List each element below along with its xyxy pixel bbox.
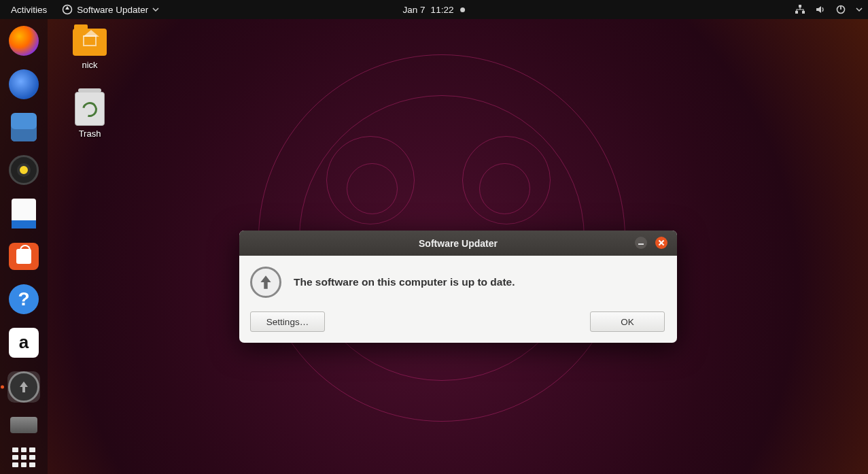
- volume-icon: [815, 4, 826, 15]
- launcher-amazon[interactable]: a: [7, 328, 40, 358]
- launcher-help[interactable]: ?: [7, 284, 40, 314]
- launcher-writer[interactable]: [7, 199, 40, 228]
- launcher-software[interactable]: [7, 242, 40, 271]
- desktop-home-label: nick: [68, 60, 111, 70]
- activities-button[interactable]: Activities: [5, 2, 52, 18]
- app-menu[interactable]: Software Updater: [56, 1, 164, 18]
- trash-icon: [75, 92, 105, 126]
- chevron-down-icon: [152, 6, 159, 13]
- desktop-trash[interactable]: Trash: [68, 92, 111, 139]
- help-icon: ?: [9, 284, 39, 314]
- clock[interactable]: Jan 7 11:22: [403, 5, 466, 15]
- launcher-firefox[interactable]: [7, 26, 40, 56]
- chevron-down-icon: [856, 6, 863, 13]
- window-titlebar[interactable]: Software Updater: [239, 231, 677, 256]
- folder-icon: [73, 29, 107, 56]
- window-close-button[interactable]: [655, 237, 667, 249]
- app-menu-label: Software Updater: [77, 5, 148, 15]
- writer-icon: [12, 199, 36, 228]
- clock-date: Jan 7: [403, 5, 426, 15]
- top-bar: Activities Software Updater Jan 7 11:22: [0, 0, 868, 19]
- launcher-software-updater[interactable]: [7, 371, 40, 403]
- firefox-icon: [9, 26, 39, 56]
- desktop-trash-label: Trash: [68, 129, 111, 139]
- desktop-home-folder[interactable]: nick: [68, 29, 111, 70]
- software-updater-window: Software Updater The software on this co…: [239, 231, 677, 343]
- updater-icon: [8, 371, 39, 403]
- settings-button[interactable]: Settings…: [250, 311, 325, 332]
- launcher-disks[interactable]: [7, 416, 40, 434]
- updater-icon: [62, 4, 73, 15]
- dock: ? a: [0, 19, 48, 474]
- svg-rect-1: [799, 5, 801, 7]
- svg-rect-2: [795, 11, 798, 14]
- ok-button[interactable]: OK: [590, 311, 665, 332]
- launcher-rhythmbox[interactable]: [7, 155, 40, 185]
- notification-dot-icon: [460, 7, 465, 12]
- dialog-message: The software on this computer is up to d…: [294, 276, 515, 288]
- launcher-files[interactable]: [7, 113, 40, 141]
- window-minimize-button[interactable]: [635, 237, 647, 249]
- updater-icon: [250, 267, 281, 298]
- window-title: Software Updater: [419, 238, 498, 249]
- files-icon: [11, 113, 37, 141]
- software-icon: [9, 243, 39, 270]
- network-icon: [795, 4, 805, 15]
- thunderbird-icon: [9, 69, 39, 99]
- clock-time: 11:22: [431, 5, 454, 15]
- show-applications-button[interactable]: [12, 447, 35, 467]
- svg-rect-3: [802, 11, 805, 14]
- amazon-icon: a: [9, 328, 39, 358]
- power-icon: [835, 4, 846, 15]
- system-status-area[interactable]: [795, 4, 863, 15]
- rhythmbox-icon: [9, 155, 39, 185]
- desktop-icons: nick Trash: [68, 29, 111, 139]
- launcher-thunderbird[interactable]: [7, 69, 40, 99]
- disks-icon: [10, 417, 37, 433]
